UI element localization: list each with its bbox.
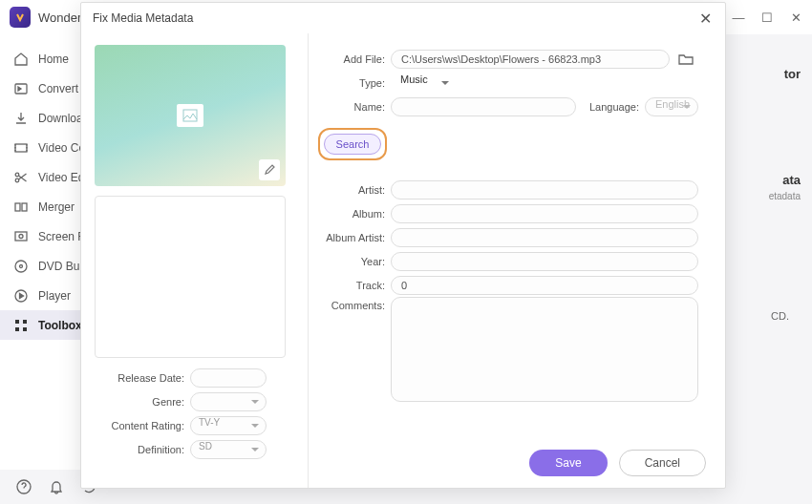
svg-rect-14 [23,327,27,331]
release-date-label: Release Date: [95,372,190,384]
svg-point-7 [19,234,23,238]
comments-textarea[interactable] [391,297,698,402]
disc-icon [13,259,29,274]
browse-folder-button[interactable] [677,51,694,68]
cancel-button[interactable]: Cancel [619,450,706,476]
nav-label: Downloa [38,112,83,125]
nav-label: Home [38,52,69,66]
content-rating-label: Content Rating: [95,420,190,431]
dialog-title: Fix Media Metadata [93,11,193,25]
language-label: Language: [589,101,639,113]
convert-icon [13,81,29,96]
nav-label: Merger [38,200,75,214]
content-rating-select[interactable]: TV-Y [190,416,267,435]
artist-label: Artist: [318,184,391,196]
nav-label: Convert [38,82,78,95]
language-select[interactable]: English [645,97,698,116]
svg-point-9 [20,264,23,267]
track-input[interactable] [391,276,698,295]
image-placeholder-icon [177,104,203,127]
maximize-button[interactable]: ☐ [760,10,774,24]
merger-icon [13,200,29,215]
app-logo [10,7,31,28]
record-icon [13,229,29,244]
album-artist-label: Album Artist: [318,232,391,243]
svg-point-8 [15,261,27,272]
svg-rect-1 [15,144,27,152]
svg-point-2 [15,173,19,177]
addfile-label: Add File: [318,53,391,65]
album-label: Album: [318,208,391,220]
nav-label: Player [38,289,71,303]
year-input[interactable] [391,252,698,271]
release-date-input[interactable] [190,368,267,388]
album-artist-input[interactable] [391,228,698,247]
bg-cd: CD. [771,310,789,322]
addfile-input[interactable] [391,50,670,69]
nav-label: DVD Bu [38,260,79,273]
svg-rect-4 [15,203,20,211]
download-icon [13,111,29,126]
minimize-button[interactable]: — [732,10,745,24]
genre-label: Genre: [95,396,190,408]
definition-label: Definition: [95,444,190,455]
type-label: Type: [318,77,391,89]
cover-art [95,45,286,186]
nav-label: Screen R [38,230,86,243]
album-input[interactable] [391,204,698,223]
right-pane: Add File: Type: Music Name: Language: En… [309,33,725,488]
close-window-button[interactable]: ✕ [789,10,802,24]
nav-label: Video Ce [38,141,85,155]
play-icon [13,288,29,304]
save-button[interactable]: Save [529,450,607,476]
name-label: Name: [318,101,391,113]
nav-label: Video Ed [38,171,85,184]
bg-partial: tor ata etadata [724,67,801,201]
cover-gallery[interactable] [95,196,286,358]
definition-select[interactable]: SD [190,440,267,459]
nav-label: Toolbox [38,319,82,332]
type-select[interactable]: Music [391,74,456,93]
search-highlight: Search [318,128,387,160]
svg-rect-5 [22,203,27,211]
toolbox-icon [13,318,29,333]
app-title: Wonder [38,10,81,25]
name-input[interactable] [391,97,576,116]
artist-input[interactable] [391,180,698,200]
bell-icon[interactable] [48,478,65,495]
edit-cover-button[interactable] [259,159,280,180]
comments-label: Comments: [318,297,391,311]
home-icon [13,52,29,67]
search-button[interactable]: Search [324,134,381,155]
scissors-icon [13,170,29,185]
dialog-close-button[interactable]: ✕ [696,10,714,27]
svg-rect-12 [23,320,27,324]
svg-rect-6 [15,232,27,241]
help-icon[interactable] [15,478,32,495]
year-label: Year: [318,256,391,267]
svg-rect-11 [15,320,19,324]
metadata-dialog: Fix Media Metadata ✕ Release Date: Genre… [80,2,726,489]
left-pane: Release Date: Genre: Content Rating:TV-Y… [81,33,309,488]
svg-rect-13 [15,327,19,331]
compress-icon [13,140,29,156]
svg-point-3 [15,178,19,182]
genre-select[interactable] [190,392,267,411]
track-label: Track: [318,280,391,291]
